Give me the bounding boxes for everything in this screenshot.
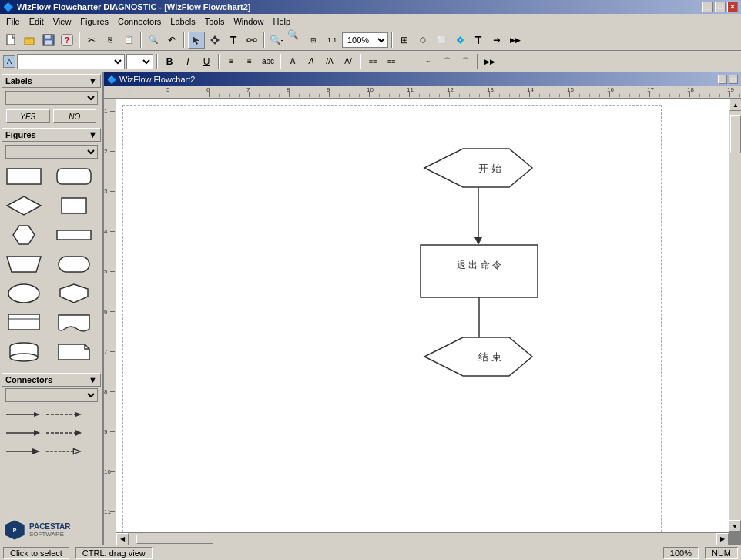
more-format[interactable]: ▶▶	[481, 53, 498, 70]
menu-window[interactable]: Window	[229, 15, 268, 28]
line-btn2[interactable]: ≡≡	[383, 53, 400, 70]
line-btn4[interactable]: ~	[420, 53, 437, 70]
scroll-down-button[interactable]: ▼	[729, 520, 741, 532]
labels-section-header[interactable]: Labels ▼	[2, 74, 101, 88]
more-btn[interactable]: ▶▶	[507, 32, 524, 49]
connect-tool[interactable]	[243, 32, 260, 49]
inner-max-button[interactable]: □	[729, 75, 738, 84]
open-button[interactable]	[22, 32, 39, 49]
italic-button[interactable]: I	[179, 53, 196, 70]
pacestar-text: PACESTAR SOFTWARE	[29, 522, 71, 538]
shape-thin-rect[interactable]	[53, 222, 95, 248]
zoom-dropdown[interactable]: 50% 75% 100% 150% 200%	[342, 32, 388, 48]
shape-rectangle[interactable]	[3, 163, 45, 189]
scroll-thumb-h[interactable]	[136, 535, 213, 544]
line-btn5[interactable]: ⌒	[438, 53, 455, 70]
figures-dropdown[interactable]	[5, 145, 98, 159]
save-button[interactable]	[40, 32, 57, 49]
text-style[interactable]: abc	[260, 53, 277, 70]
size-dropdown[interactable]	[126, 54, 153, 69]
underline-button[interactable]: U	[198, 53, 215, 70]
text-style4[interactable]: A/	[340, 53, 357, 70]
shape-process-text1: 退 出 命 令	[457, 260, 501, 270]
paste-button[interactable]: 📋	[120, 32, 137, 49]
menu-tools[interactable]: Tools	[200, 15, 230, 28]
labels-dropdown[interactable]	[5, 91, 98, 105]
undo-button[interactable]: ↶	[163, 32, 180, 49]
figures-section-header[interactable]: Figures ▼	[2, 128, 101, 142]
line-btn1[interactable]: ≡≡	[364, 53, 381, 70]
shape-stadium[interactable]	[53, 251, 95, 277]
shape-hexagon[interactable]	[3, 222, 45, 248]
left-panel: Labels ▼ YES NO Figures ▼	[0, 72, 104, 545]
scroll-up-button[interactable]: ▲	[729, 99, 741, 111]
menu-file[interactable]: File	[2, 15, 25, 28]
scroll-tool[interactable]	[206, 32, 223, 49]
menu-edit[interactable]: Edit	[25, 15, 49, 28]
scroll-thumb-v[interactable]	[730, 115, 741, 153]
text-color1[interactable]: A	[284, 53, 301, 70]
zoom-100-button[interactable]: 1:1	[324, 32, 340, 49]
line-btn3[interactable]: —	[401, 53, 418, 70]
connector-arrow2[interactable]	[3, 425, 99, 441]
connector-solid-arrow[interactable]	[3, 407, 99, 422]
align-center[interactable]: ≡	[223, 53, 240, 70]
figure-btn3[interactable]: 💠	[451, 32, 468, 49]
shape-diamond[interactable]	[3, 193, 45, 219]
inner-min-button[interactable]: _	[718, 75, 727, 84]
figure-btn1[interactable]: ⬡	[414, 32, 431, 49]
line-btn6[interactable]: ⌒	[457, 53, 474, 70]
new-button[interactable]	[3, 32, 20, 49]
scroll-right-button[interactable]: ▶	[716, 533, 729, 545]
maximize-button[interactable]: □	[715, 2, 726, 12]
text-style3[interactable]: /A	[321, 53, 338, 70]
svg-marker-36	[75, 412, 82, 417]
scroll-left-button[interactable]: ◀	[116, 533, 129, 545]
cut-button[interactable]: ✂	[83, 32, 100, 49]
menu-connectors[interactable]: Connectors	[113, 15, 166, 28]
menu-help[interactable]: Help	[269, 15, 296, 28]
grid-button[interactable]: ⊞	[396, 32, 413, 49]
shape-small-rect[interactable]	[53, 193, 95, 219]
shape-cylinder[interactable]	[3, 339, 45, 365]
figure-btn2[interactable]: ⬜	[433, 32, 450, 49]
menu-figures[interactable]: Figures	[75, 15, 113, 28]
yes-button[interactable]: YES	[6, 109, 50, 123]
shape-rounded-rect[interactable]	[53, 163, 95, 189]
select-tool[interactable]	[188, 32, 205, 49]
menu-view[interactable]: View	[49, 15, 76, 28]
minimize-button[interactable]: _	[702, 2, 713, 12]
shape-circle[interactable]	[3, 280, 45, 307]
copy-button[interactable]: ⎘	[102, 32, 119, 49]
shape-end-text: 结 束	[478, 351, 501, 363]
shape-document[interactable]	[3, 310, 45, 336]
text-tool[interactable]: T	[225, 32, 242, 49]
no-button[interactable]: NO	[53, 109, 97, 123]
menu-bar: File Edit View Figures Connectors Labels…	[0, 14, 741, 29]
zoom-in-button[interactable]: 🔍+	[287, 32, 303, 49]
app-icon: 🔷	[3, 2, 14, 12]
shape-wave-rect[interactable]	[53, 310, 95, 336]
zoom-fit-button[interactable]: ⊞	[305, 32, 322, 49]
drawing-canvas[interactable]: 开 始 退 出 命 令 结 束	[116, 99, 729, 532]
text-label-btn[interactable]: T	[470, 32, 487, 49]
connectors-dropdown[interactable]	[5, 388, 98, 402]
shape-trapezoid[interactable]	[3, 251, 45, 277]
sep-format-1	[156, 54, 158, 69]
zoom-out-button[interactable]: 🔍-	[268, 32, 285, 49]
shape-note[interactable]	[53, 339, 95, 365]
arrow-btn[interactable]: ➜	[488, 32, 505, 49]
close-button[interactable]: ✕	[727, 2, 738, 12]
menu-labels[interactable]: Labels	[166, 15, 200, 28]
align-right[interactable]: ≡	[241, 53, 258, 70]
shape-shield[interactable]	[53, 280, 95, 307]
sep-format-3	[280, 54, 281, 69]
connectors-section-header[interactable]: Connectors ▼	[2, 373, 101, 387]
bold-button[interactable]: B	[161, 53, 178, 70]
text-italic2[interactable]: A	[303, 53, 320, 70]
canvas-scroll-area[interactable]: 开 始 退 出 命 令 结 束	[116, 99, 741, 545]
help-button[interactable]: ?	[59, 32, 75, 49]
find-button[interactable]: 🔍	[145, 32, 162, 49]
font-dropdown[interactable]	[17, 54, 125, 69]
connector-arrow3[interactable]	[3, 444, 99, 459]
